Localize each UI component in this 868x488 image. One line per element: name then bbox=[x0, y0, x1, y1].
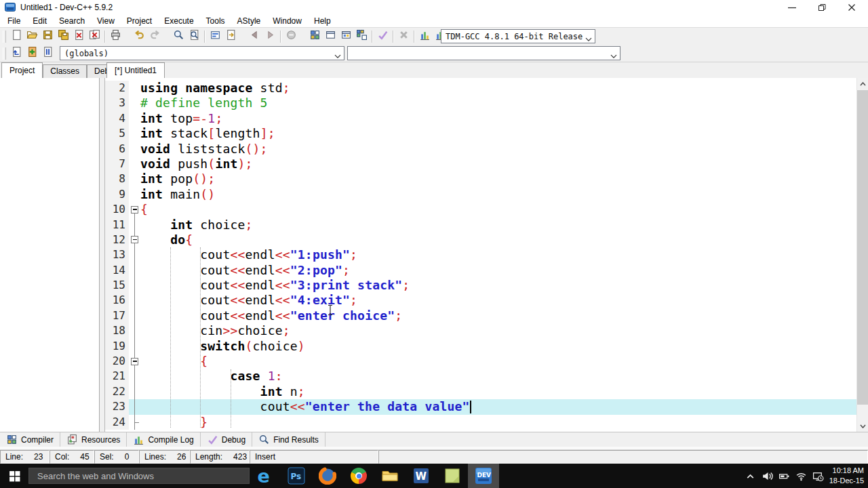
goto-declaration-button[interactable] bbox=[9, 46, 24, 61]
print-button[interactable] bbox=[108, 29, 123, 44]
code-line-21[interactable]: 21 case 1: bbox=[105, 369, 856, 384]
line-number[interactable]: 8 bbox=[105, 171, 129, 186]
taskbar-app-firefox[interactable] bbox=[312, 464, 343, 488]
save-all-button[interactable] bbox=[56, 29, 71, 44]
line-number[interactable]: 7 bbox=[105, 157, 129, 171]
taskbar-search-input[interactable] bbox=[28, 468, 250, 484]
menu-item-file[interactable]: File bbox=[1, 16, 26, 26]
run-button[interactable] bbox=[323, 29, 338, 44]
line-number[interactable]: 23 bbox=[105, 399, 129, 414]
code-line-13[interactable]: 13 cout<<endl<<"1:push"; bbox=[105, 247, 856, 262]
code-line-19[interactable]: 19 switch(choice) bbox=[105, 339, 856, 354]
redo-button[interactable] bbox=[147, 29, 163, 44]
line-number[interactable]: 9 bbox=[105, 187, 129, 202]
code-line-14[interactable]: 14 cout<<endl<<"2:pop"; bbox=[105, 263, 856, 278]
volume-button[interactable] bbox=[759, 464, 776, 488]
line-number[interactable]: 18 bbox=[105, 323, 129, 338]
code-line-8[interactable]: 8int pop(); bbox=[105, 171, 856, 186]
code-line-20[interactable]: 20 { bbox=[105, 354, 856, 369]
taskbar-app-dev-cpp[interactable]: DEV bbox=[468, 464, 499, 488]
rebuild-button[interactable] bbox=[354, 29, 370, 44]
taskbar-app-file-explorer[interactable] bbox=[374, 464, 406, 488]
line-number[interactable]: 5 bbox=[105, 126, 129, 141]
code-line-18[interactable]: 18 cin>>choice; bbox=[105, 323, 856, 338]
panel-tab-project[interactable]: Project bbox=[1, 62, 43, 78]
abort-button[interactable] bbox=[396, 29, 412, 44]
taskbar-app-photoshop[interactable]: Ps bbox=[281, 464, 312, 488]
report-tab-debug[interactable]: Debug bbox=[201, 432, 252, 447]
menu-item-tools[interactable]: Tools bbox=[200, 16, 231, 26]
breakpoint-button[interactable] bbox=[283, 29, 299, 44]
code-line-16[interactable]: 16 cout<<endl<<"4:exit"; bbox=[105, 293, 856, 308]
report-tab-compile-log[interactable]: Compile Log bbox=[127, 432, 200, 447]
scroll-down-arrow[interactable] bbox=[857, 420, 868, 432]
code-line-3[interactable]: 3# define length 5 bbox=[105, 96, 856, 110]
code-line-9[interactable]: 9int main() bbox=[105, 187, 856, 202]
taskbar-app-edge[interactable]: e bbox=[250, 464, 281, 488]
add-member-button[interactable] bbox=[24, 46, 40, 61]
fold-toggle-icon[interactable] bbox=[131, 358, 138, 365]
line-number[interactable]: 10 bbox=[105, 202, 129, 217]
menu-item-view[interactable]: View bbox=[91, 16, 121, 26]
editor-tab-untitled1[interactable]: [*] Untitled1 bbox=[106, 62, 165, 78]
taskbar-app-chrome[interactable] bbox=[343, 464, 374, 488]
chevron-up-button[interactable] bbox=[742, 464, 759, 488]
line-number[interactable]: 16 bbox=[105, 293, 129, 308]
new-file-button[interactable] bbox=[9, 29, 24, 44]
line-number[interactable]: 4 bbox=[105, 111, 129, 126]
report-tab-compiler[interactable]: Compiler bbox=[0, 432, 60, 447]
forward-button[interactable] bbox=[262, 29, 278, 44]
menu-item-window[interactable]: Window bbox=[267, 16, 308, 26]
fold-toggle-icon[interactable] bbox=[131, 206, 138, 214]
back-button[interactable] bbox=[247, 29, 262, 44]
code-line-2[interactable]: 2using namespace std; bbox=[105, 81, 856, 96]
code-line-6[interactable]: 6void liststack(); bbox=[105, 142, 856, 157]
start-button[interactable] bbox=[0, 464, 28, 488]
member-select[interactable] bbox=[347, 46, 620, 60]
battery-button[interactable] bbox=[776, 464, 793, 488]
menu-item-edit[interactable]: Edit bbox=[26, 16, 53, 26]
fold-toggle-icon[interactable] bbox=[131, 236, 138, 243]
code-line-5[interactable]: 5int stack[length]; bbox=[105, 126, 856, 141]
line-number[interactable]: 24 bbox=[105, 415, 129, 430]
scrollbar-thumb[interactable] bbox=[857, 90, 868, 405]
class-browser-button[interactable] bbox=[40, 46, 56, 61]
code-line-17[interactable]: 17 cout<<endl<<"enter choice"; bbox=[105, 308, 856, 323]
line-number[interactable]: 22 bbox=[105, 384, 129, 399]
line-number[interactable]: 19 bbox=[105, 339, 129, 354]
line-number[interactable]: 14 bbox=[105, 263, 129, 278]
close-file-button[interactable] bbox=[71, 29, 87, 44]
code-line-24[interactable]: 24 } bbox=[105, 415, 856, 430]
panel-tab-classes[interactable]: Classes bbox=[43, 64, 87, 78]
code-line-22[interactable]: 22 int n; bbox=[105, 384, 856, 399]
close-all-button[interactable] bbox=[87, 29, 102, 44]
open-file-button[interactable] bbox=[24, 29, 40, 44]
replace-button[interactable] bbox=[208, 29, 223, 44]
line-number[interactable]: 12 bbox=[105, 232, 129, 247]
line-number[interactable]: 3 bbox=[105, 96, 129, 110]
editor-vscrollbar[interactable] bbox=[856, 78, 868, 432]
line-number[interactable]: 17 bbox=[105, 308, 129, 323]
line-number[interactable]: 20 bbox=[105, 354, 129, 369]
line-number[interactable]: 15 bbox=[105, 278, 129, 293]
close-button[interactable] bbox=[837, 0, 867, 15]
line-number[interactable]: 21 bbox=[105, 369, 129, 384]
scroll-up-arrow[interactable] bbox=[857, 78, 868, 89]
menu-item-astyle[interactable]: AStyle bbox=[231, 16, 267, 26]
goto-line-button[interactable] bbox=[223, 29, 239, 44]
taskbar-clock[interactable]: 10:18 AM 18-Dec-15 bbox=[825, 466, 864, 486]
menu-item-help[interactable]: Help bbox=[308, 16, 337, 26]
scope-select[interactable]: (globals) bbox=[60, 46, 344, 60]
taskbar-app-word[interactable]: W bbox=[406, 464, 437, 488]
code-line-12[interactable]: 12 do{ bbox=[105, 232, 856, 247]
menu-item-search[interactable]: Search bbox=[53, 16, 91, 26]
code-line-10[interactable]: 10{ bbox=[105, 202, 856, 217]
devcpp-app-icon[interactable] bbox=[5, 2, 16, 13]
compiler-profile-select[interactable]: TDM-GCC 4.8.1 64-bit Release bbox=[441, 29, 595, 43]
profile-button[interactable] bbox=[417, 29, 433, 44]
line-number[interactable]: 2 bbox=[105, 81, 129, 96]
menu-item-project[interactable]: Project bbox=[121, 16, 158, 26]
compile-button[interactable] bbox=[307, 29, 323, 44]
compile-run-button[interactable] bbox=[338, 29, 354, 44]
code-line-11[interactable]: 11 int choice; bbox=[105, 218, 856, 232]
